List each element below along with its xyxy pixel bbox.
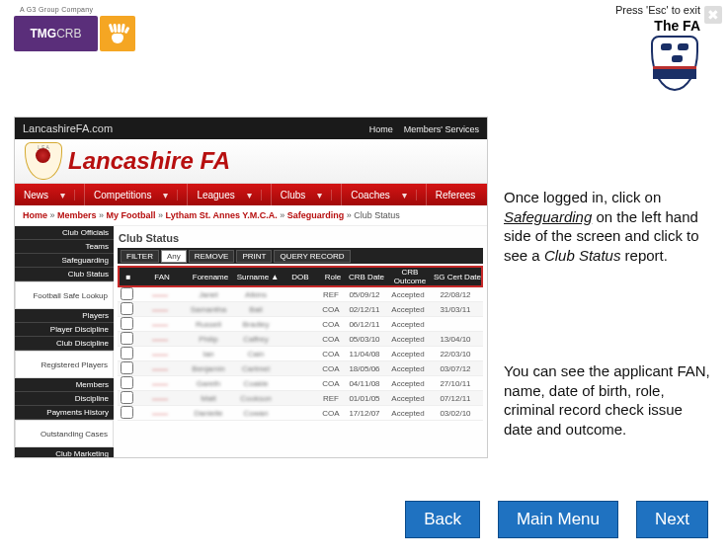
row-checkbox — [121, 391, 133, 404]
g3-company-text: A G3 Group Company — [20, 6, 135, 13]
row-checkbox — [121, 317, 133, 330]
table-row: ——SamanthaBallCOA02/12/11Accepted31/03/1… — [118, 302, 483, 317]
portal-link-members: Members' Services — [404, 124, 479, 134]
fa-portal-screenshot: LancashireFA.com Home Members' Services … — [14, 117, 488, 458]
esc-hint: Press 'Esc' to exit — [615, 4, 700, 16]
nav-item: Leagues ▾ — [188, 184, 271, 205]
main-menu-button[interactable]: Main Menu — [498, 501, 618, 538]
fa-crest-logo — [651, 36, 698, 95]
club-status-title: Club Status — [119, 232, 483, 244]
nav-item: Referees ▾ — [427, 184, 488, 205]
nav-item: Clubs ▾ — [272, 184, 343, 205]
next-button[interactable]: Next — [636, 501, 708, 538]
lancashire-fa-text: Lancashire FA — [68, 147, 230, 175]
instruction-paragraph-2: You can see the applicant FAN, name, dat… — [504, 361, 713, 439]
sidebar-item: Club Status — [15, 268, 114, 281]
row-checkbox — [121, 287, 133, 300]
row-checkbox — [121, 361, 133, 374]
filter-bar: FILTER Any REMOVE PRINT QUERY RECORD — [118, 248, 483, 264]
thefa-label: The FA — [652, 18, 702, 34]
sidebar-item: Registered Players — [15, 351, 114, 378]
row-checkbox — [121, 332, 133, 345]
table-row: ——MattCooksonREF01/01/05Accepted07/12/11 — [118, 391, 483, 406]
sidebar-item: Payments History — [15, 406, 114, 420]
hand-logo — [100, 16, 135, 51]
portal-nav: News ▾Competitions ▾Leagues ▾Clubs ▾Coac… — [15, 184, 487, 205]
row-checkbox — [121, 406, 133, 419]
sidebar-item: Players — [15, 309, 114, 323]
table-row: ——IanCainCOA11/04/08Accepted22/03/10 — [118, 347, 483, 361]
portal-site-title: LancashireFA.com — [23, 122, 113, 134]
table-row: ——DanielleCowanCOA17/12/07Accepted03/02/… — [118, 406, 483, 421]
breadcrumb: Home » Members » My Football » Lytham St… — [15, 205, 487, 226]
table-row: ——RussellBradleyCOA06/12/11Accepted — [118, 317, 483, 332]
sidebar-item: Teams — [15, 240, 114, 254]
table-body: ——JanetAtkinsREF05/09/12Accepted22/08/12… — [118, 287, 483, 421]
sidebar-item: Football Safe Lookup — [15, 281, 114, 309]
sidebar-item: Player Discipline — [15, 323, 114, 337]
sidebar-item: Safeguarding — [15, 254, 114, 268]
sidebar-item: Club Discipline — [15, 337, 114, 351]
table-row: ——GarethCoakleCOA04/11/08Accepted27/10/1… — [118, 376, 483, 391]
table-row: ——BenjaminCartmelCOA18/05/06Accepted03/0… — [118, 361, 483, 376]
nav-item: Competitions ▾ — [85, 184, 188, 205]
sidebar-item: Club Officials — [15, 226, 114, 240]
table-row: ——JanetAtkinsREF05/09/12Accepted22/08/12 — [118, 287, 483, 302]
back-button[interactable]: Back — [405, 501, 480, 538]
portal-link-home: Home — [369, 124, 393, 134]
portal-sidebar: Club OfficialsTeamsSafeguardingClub Stat… — [15, 226, 114, 458]
table-header-highlight: ■ FAN Forename Surname ▲ DOB Role CRB Da… — [118, 266, 483, 287]
sidebar-item: Club Marketing — [15, 447, 114, 458]
row-checkbox — [121, 347, 133, 360]
close-icon[interactable]: ✖ — [704, 6, 722, 24]
lancashire-fa-badge: L F A — [25, 142, 62, 180]
instruction-paragraph-1: Once logged in, click on Safeguarding on… — [504, 188, 713, 265]
row-checkbox — [121, 376, 133, 389]
row-checkbox — [121, 302, 133, 315]
sidebar-item: Members — [15, 378, 114, 392]
tmgcrb-logo: TMGCRB — [14, 16, 98, 51]
sidebar-item: Outstanding Cases — [15, 420, 114, 447]
nav-item: News ▾ — [15, 184, 85, 205]
sidebar-item: Discipline — [15, 392, 114, 406]
table-row: ——PhilipCaffreyCOA05/03/10Accepted13/04/… — [118, 332, 483, 347]
nav-item: Coaches ▾ — [342, 184, 426, 205]
